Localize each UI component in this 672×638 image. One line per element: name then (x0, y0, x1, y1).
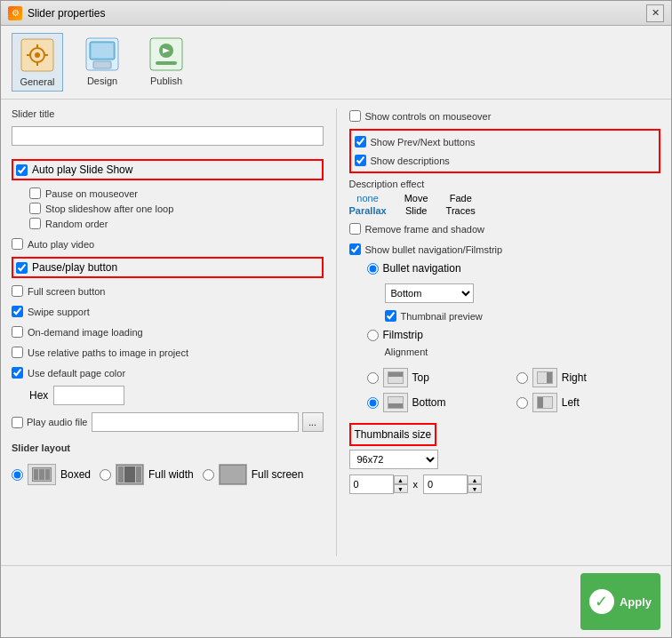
show-bullet-nav-label: Show bullet navigation/Filmstrip (365, 244, 503, 255)
align-top-icon (383, 368, 408, 387)
auto-play-video-label: Auto play video (28, 239, 94, 250)
coord1-input[interactable]: 0 (349, 475, 394, 494)
on-demand-checkbox[interactable] (12, 326, 23, 338)
coord2-down[interactable]: ▼ (468, 484, 482, 493)
coord2-spinner: ▲ ▼ (468, 475, 482, 493)
close-button[interactable]: ✕ (646, 4, 664, 22)
show-bullet-nav-row: Show bullet navigation/Filmstrip (349, 242, 661, 257)
show-prev-next-label: Show Prev/Next buttons (371, 137, 476, 148)
bullet-nav-radio[interactable] (367, 263, 379, 275)
alignment-label: Alignment (385, 347, 661, 357)
effect-parallax[interactable]: none Parallax (349, 193, 387, 216)
coord1-group: 0 ▲ ▼ (349, 475, 408, 494)
remove-frame-checkbox[interactable] (349, 223, 361, 235)
layout-full-width: Full width (100, 464, 194, 485)
remove-frame-row: Remove frame and shadow (349, 221, 661, 236)
dialog-title: Slider properties (28, 7, 105, 20)
auto-play-video-checkbox[interactable] (12, 238, 23, 250)
effect-slide-label: Slide (405, 205, 427, 216)
coord1-spinner: ▲ ▼ (394, 475, 408, 493)
full-screen-button-checkbox[interactable] (12, 285, 23, 297)
align-bottom-label: Bottom (412, 396, 446, 409)
thumbnail-preview-checkbox[interactable] (385, 310, 396, 322)
align-bottom-icon (383, 393, 408, 412)
play-audio-row: Play audio file ... (12, 411, 324, 434)
on-demand-label: On-demand image loading (28, 327, 143, 338)
pause-mouseover-checkbox[interactable] (29, 187, 41, 199)
effect-traces[interactable]: Fade Traces (446, 193, 476, 216)
show-descriptions-checkbox[interactable] (355, 155, 366, 166)
effect-move-label: Move (404, 193, 428, 203)
coord1-down[interactable]: ▼ (394, 484, 408, 493)
apply-button[interactable]: ✓ Apply (580, 573, 660, 630)
tab-publish[interactable]: Publish (141, 33, 191, 92)
filmstrip-label: Filmstrip (383, 329, 423, 341)
swipe-support-checkbox[interactable] (12, 306, 23, 317)
align-left-radio[interactable] (516, 397, 528, 409)
bottom-dropdown[interactable]: Bottom Top Left Right (385, 283, 474, 303)
effect-parallax-label: Parallax (349, 205, 387, 216)
use-relative-paths-checkbox[interactable] (12, 347, 23, 358)
show-controls-row: Show controls on mouseover (349, 108, 661, 124)
layout-full-width-label: Full width (148, 468, 194, 481)
effect-none-label: none (356, 193, 378, 203)
show-controls-label: Show controls on mouseover (365, 111, 492, 122)
align-right: Right (516, 368, 660, 387)
random-order-row: Random order (29, 216, 324, 231)
show-bullet-nav-checkbox[interactable] (349, 243, 361, 255)
slider-title-label: Slider title (12, 108, 324, 119)
random-order-label: Random order (45, 219, 108, 229)
general-icon (20, 37, 55, 73)
layout-boxed-radio[interactable] (12, 469, 23, 481)
show-controls-checkbox[interactable] (349, 110, 361, 122)
hex-input[interactable] (53, 386, 124, 405)
coord2-input[interactable]: 0 (423, 475, 468, 494)
tab-general[interactable]: General (12, 33, 63, 92)
align-left: Left (516, 393, 660, 412)
apply-checkmark-icon: ✓ (589, 589, 614, 614)
align-right-icon (532, 368, 557, 387)
align-right-radio[interactable] (516, 372, 528, 384)
align-top-radio[interactable] (367, 372, 379, 384)
coord2-up[interactable]: ▲ (468, 475, 482, 484)
align-bottom: Bottom (367, 393, 511, 412)
hex-label: Hex (29, 389, 48, 402)
title-bar: ⚙ Slider properties ✕ (1, 1, 671, 26)
pause-play-button-checkbox[interactable] (16, 262, 28, 274)
panel-divider (336, 108, 337, 556)
use-relative-paths-label: Use relative paths to image in project (28, 347, 188, 358)
browse-button[interactable]: ... (302, 412, 324, 432)
title-bar-left: ⚙ Slider properties (8, 6, 105, 20)
show-prev-next-checkbox[interactable] (355, 136, 366, 148)
auto-play-checkbox[interactable] (16, 164, 28, 176)
design-icon (84, 36, 120, 72)
random-order-checkbox[interactable] (29, 218, 41, 229)
alignment-grid: Top Right Bottom (367, 368, 661, 412)
audio-path-input[interactable] (92, 412, 299, 432)
full-screen-button-label: Full screen button (28, 286, 105, 297)
tab-design[interactable]: Design (77, 33, 127, 92)
align-left-label: Left (562, 396, 580, 409)
align-bottom-radio[interactable] (367, 397, 379, 409)
use-default-page-color-checkbox[interactable] (12, 367, 23, 379)
filmstrip-radio[interactable] (367, 330, 379, 341)
left-panel: Slider title Auto play Slide Show Pause … (12, 108, 324, 556)
thumbnails-size-label: Thumbnails size (355, 428, 432, 441)
thumbnails-size-dropdown[interactable]: 96x72 128x96 160x120 (349, 450, 438, 469)
layout-full-screen-radio[interactable] (203, 469, 214, 481)
effect-slide[interactable]: Move Slide (404, 193, 428, 216)
layout-full-screen-icon (219, 464, 247, 485)
description-effect-label: Description effect (349, 179, 661, 189)
align-top: Top (367, 368, 511, 387)
play-audio-checkbox[interactable] (12, 417, 23, 428)
slider-properties-dialog: ⚙ Slider properties ✕ General (0, 0, 672, 638)
filmstrip-radio-row: Filmstrip (367, 329, 661, 341)
svg-rect-14 (156, 61, 177, 65)
dialog-icon: ⚙ (8, 6, 22, 20)
layout-full-width-radio[interactable] (100, 469, 111, 481)
show-descriptions-row: Show descriptions (355, 153, 656, 168)
slider-title-input[interactable] (12, 126, 324, 146)
coord1-up[interactable]: ▲ (394, 475, 408, 484)
stop-slideshow-checkbox[interactable] (29, 203, 41, 214)
full-screen-button-row: Full screen button (12, 283, 324, 299)
